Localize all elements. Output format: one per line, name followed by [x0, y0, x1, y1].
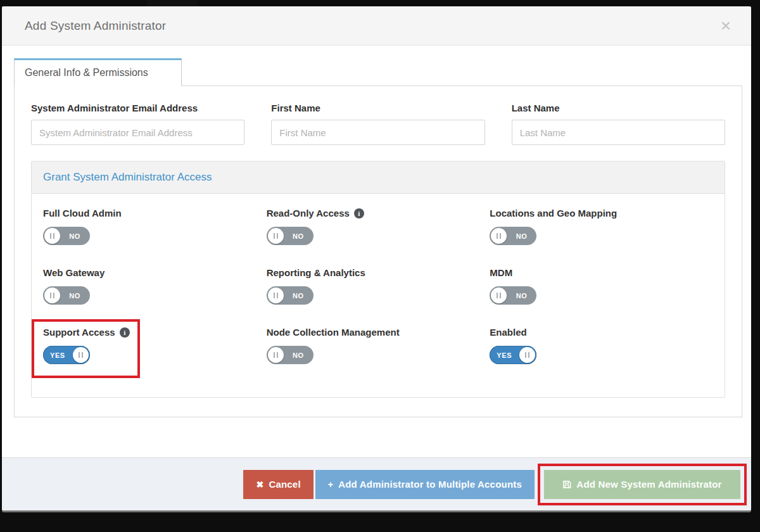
- web-gateway-toggle[interactable]: NO: [43, 286, 90, 305]
- permission-label: Full Cloud Admin: [43, 208, 122, 218]
- add-new-system-administrator-button[interactable]: Add New System Administrator: [544, 470, 740, 499]
- toggle-knob: [268, 288, 284, 303]
- last-name-field-group: Last Name: [512, 103, 725, 145]
- tab-general-info-permissions[interactable]: General Info & Permissions: [14, 58, 182, 86]
- info-icon[interactable]: i: [354, 208, 364, 218]
- info-icon[interactable]: i: [120, 327, 130, 338]
- permissions-grid: Full Cloud Admin NO Read-Only Accessi NO…: [32, 194, 725, 397]
- permission-mdm: MDM NO: [490, 267, 713, 309]
- last-name-input[interactable]: [512, 120, 725, 145]
- tab-bar: General Info & Permissions: [14, 58, 742, 86]
- toggle-knob: [519, 347, 535, 363]
- add-system-administrator-dialog: Add System Administrator × General Info …: [2, 6, 751, 510]
- permission-label: MDM: [490, 267, 512, 278]
- close-icon[interactable]: ×: [721, 17, 731, 35]
- permission-label: Node Collection Management: [267, 327, 400, 338]
- permission-web-gateway: Web Gateway NO: [43, 267, 267, 309]
- permission-label: Web Gateway: [43, 267, 104, 278]
- enabled-toggle[interactable]: YES: [490, 346, 536, 364]
- permission-support-access: Support Accessi YES: [43, 327, 267, 378]
- highlight-box-support-access: Support Accessi YES: [32, 319, 140, 378]
- save-icon: [562, 480, 571, 489]
- tab-panel: System Administrator Email Address First…: [14, 86, 742, 417]
- locations-geo-mapping-toggle[interactable]: NO: [490, 227, 536, 245]
- dialog-title: Add System Administrator: [25, 19, 166, 33]
- fields-row: System Administrator Email Address First…: [31, 103, 725, 145]
- first-name-field-group: First Name: [271, 103, 484, 145]
- permissions-panel: Grant System Administrator Access Full C…: [31, 161, 725, 398]
- dialog-footer: ✖ Cancel + Add Administrator to Multiple…: [2, 457, 751, 510]
- permission-label: Read-Only Access: [267, 208, 350, 218]
- highlight-box-save-button: Add New System Administrator: [538, 464, 747, 505]
- permissions-section-title: Grant System Administrator Access: [32, 162, 725, 194]
- add-administrator-multiple-accounts-button[interactable]: + Add Administrator to Multiple Accounts: [315, 470, 535, 499]
- read-only-access-toggle[interactable]: NO: [267, 227, 314, 245]
- dialog-header: Add System Administrator ×: [2, 6, 751, 46]
- permission-label: Enabled: [490, 327, 526, 338]
- reporting-analytics-toggle[interactable]: NO: [267, 286, 314, 305]
- first-name-input[interactable]: [271, 120, 484, 145]
- dialog-body: General Info & Permissions System Admini…: [2, 46, 751, 457]
- mdm-toggle[interactable]: NO: [490, 286, 536, 305]
- permission-node-collection-management: Node Collection Management NO: [267, 327, 490, 378]
- permission-locations-geo-mapping: Locations and Geo Mapping NO: [490, 208, 713, 250]
- full-cloud-admin-toggle[interactable]: NO: [43, 227, 90, 245]
- toggle-knob: [491, 288, 507, 303]
- permission-label: Reporting & Analytics: [267, 267, 365, 278]
- node-collection-management-toggle[interactable]: NO: [267, 346, 314, 364]
- toggle-knob: [73, 347, 89, 363]
- support-access-toggle[interactable]: YES: [43, 346, 90, 364]
- email-field-group: System Administrator Email Address: [31, 103, 244, 145]
- email-label: System Administrator Email Address: [31, 103, 244, 113]
- cancel-button[interactable]: ✖ Cancel: [243, 470, 313, 499]
- toggle-knob: [491, 228, 507, 244]
- x-icon: ✖: [256, 479, 263, 490]
- toggle-knob: [44, 228, 60, 244]
- toggle-knob: [268, 228, 284, 244]
- toggle-knob: [44, 288, 60, 303]
- toggle-knob: [268, 347, 284, 363]
- permission-read-only-access: Read-Only Accessi NO: [267, 208, 490, 250]
- plus-icon: +: [328, 479, 333, 490]
- permission-full-cloud-admin: Full Cloud Admin NO: [43, 208, 267, 250]
- permission-label: Locations and Geo Mapping: [490, 208, 617, 218]
- last-name-label: Last Name: [512, 103, 725, 113]
- permission-enabled: Enabled YES: [490, 327, 713, 378]
- first-name-label: First Name: [271, 103, 484, 113]
- permission-reporting-analytics: Reporting & Analytics NO: [267, 267, 490, 309]
- email-input[interactable]: [31, 120, 244, 145]
- permission-label: Support Access: [43, 327, 115, 338]
